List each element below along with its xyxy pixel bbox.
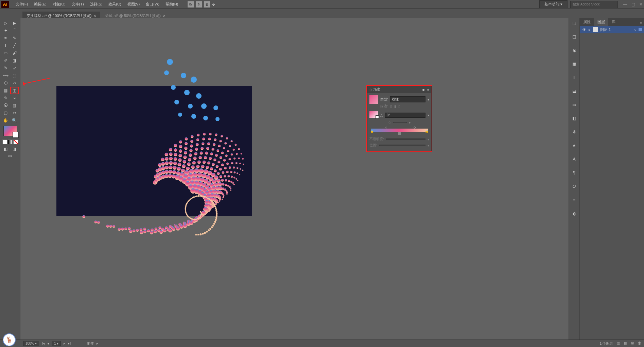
search-input[interactable]: 搜索 Adobe Stock bbox=[570, 1, 618, 8]
menu-select[interactable]: 选择(S) bbox=[87, 0, 105, 8]
change-screen-icon[interactable]: ▭ bbox=[2, 152, 19, 159]
gradient-mode-icon[interactable] bbox=[8, 139, 13, 144]
panel-menu-icon[interactable]: ≡ bbox=[638, 19, 644, 26]
menu-edit[interactable]: 编辑(E) bbox=[31, 0, 49, 8]
panel-menu-icon[interactable]: ≡ bbox=[427, 88, 429, 92]
lasso-tool[interactable]: ⌒ bbox=[11, 27, 19, 34]
workspace-switcher[interactable]: 基本功能 ▾ bbox=[539, 0, 568, 8]
hand-tool[interactable]: ✋ bbox=[2, 117, 10, 124]
fill-stroke-swatch[interactable] bbox=[3, 126, 17, 136]
tab-libraries[interactable]: 库 bbox=[608, 18, 619, 26]
eraser-tool[interactable]: ◨ bbox=[11, 57, 19, 64]
free-transform-tool[interactable]: ⬚ bbox=[11, 72, 19, 79]
aspect-input[interactable] bbox=[393, 122, 407, 123]
draw-mode-icon[interactable]: ◧ bbox=[2, 146, 10, 152]
pathfinder-dock-icon[interactable]: ⬓ bbox=[571, 88, 578, 95]
symbol-spray-tool[interactable]: ⦿ bbox=[2, 102, 10, 109]
transform-dock-icon[interactable]: ▭ bbox=[571, 101, 578, 108]
sb-icon[interactable]: ▦ bbox=[624, 341, 627, 346]
layer-row[interactable]: 👁 ▸ 图层 1 ○ bbox=[580, 26, 644, 33]
rotate-tool[interactable]: ↻ bbox=[2, 65, 10, 71]
tab-properties[interactable]: 属性 bbox=[580, 18, 594, 26]
tab-layers[interactable]: 图层 bbox=[594, 18, 608, 26]
layer-target-icon[interactable]: ○ bbox=[634, 28, 637, 32]
curvature-tool[interactable]: ✎ bbox=[11, 35, 19, 42]
nav-last-icon[interactable]: ▸I bbox=[68, 342, 71, 345]
stock-icon[interactable]: St bbox=[196, 1, 202, 7]
maximize-button[interactable]: ▢ bbox=[631, 2, 635, 7]
character-dock-icon[interactable]: A bbox=[571, 156, 578, 163]
gradient-tool[interactable]: ◫ bbox=[11, 87, 19, 94]
align-dock-icon[interactable]: ⫴ bbox=[571, 74, 578, 81]
zoom-tool[interactable]: 🔍 bbox=[11, 117, 19, 124]
visibility-icon[interactable]: 👁 bbox=[582, 28, 587, 32]
selection-tool[interactable]: ▷ bbox=[2, 20, 10, 27]
layer-name[interactable]: 图层 1 bbox=[600, 27, 611, 32]
stroke-across-icon[interactable]: ▯ bbox=[398, 104, 400, 108]
magic-wand-tool[interactable]: ✦ bbox=[2, 27, 10, 34]
menu-window[interactable]: 窗口(W) bbox=[143, 0, 162, 8]
lock-right-icon[interactable]: 🔒 bbox=[425, 130, 429, 133]
pen-tool[interactable]: ✒ bbox=[2, 35, 10, 42]
direct-select-tool[interactable]: ▶ bbox=[11, 20, 19, 27]
location-input[interactable] bbox=[379, 145, 425, 146]
close-button[interactable]: ✕ bbox=[639, 2, 643, 7]
screen-mode-icon[interactable]: ◨ bbox=[11, 146, 19, 152]
eyedropper-tool[interactable]: ✎ bbox=[2, 95, 10, 101]
canvas[interactable] bbox=[20, 18, 569, 340]
slice-tool[interactable]: ✂ bbox=[11, 110, 19, 116]
close-icon[interactable]: ✕ bbox=[93, 14, 96, 18]
menu-effect[interactable]: 效果(C) bbox=[106, 0, 124, 8]
sb-new-icon[interactable]: ⊞ bbox=[631, 341, 634, 346]
shape-builder-tool[interactable]: ⬡ bbox=[2, 80, 10, 86]
minimize-button[interactable]: — bbox=[623, 2, 627, 7]
gradient-panel[interactable]: ◇ 渐变 ◂▸ ≡ 类型: 线性 ▾ 描边: ▯ ▮ ▯ bbox=[367, 86, 432, 151]
graphic-styles-dock-icon[interactable]: ▦ bbox=[571, 61, 578, 67]
layer-expand-icon[interactable]: ▸ bbox=[589, 28, 591, 32]
type-tool[interactable]: T bbox=[2, 42, 10, 49]
opacity-input[interactable] bbox=[386, 138, 425, 140]
angle-input[interactable]: 0° bbox=[385, 113, 425, 118]
gradient-dock-icon[interactable]: ◐ bbox=[571, 210, 578, 217]
gpu-icon[interactable]: ⬙ bbox=[212, 2, 215, 6]
reverse-gradient-icon[interactable] bbox=[369, 111, 378, 118]
perspective-tool[interactable]: ▱ bbox=[11, 80, 19, 86]
gradient-stop[interactable] bbox=[398, 132, 401, 135]
swatches-dock-icon[interactable]: ❋ bbox=[571, 129, 578, 135]
dropdown-icon[interactable]: ▾ bbox=[428, 98, 429, 101]
dropdown-icon[interactable]: ▾ bbox=[428, 113, 429, 117]
arrange-icon[interactable]: ▦ bbox=[204, 1, 210, 7]
graph-tool[interactable]: ▥ bbox=[11, 102, 19, 109]
menu-object[interactable]: 对象(O) bbox=[50, 0, 68, 8]
rectangle-tool[interactable]: ▭ bbox=[2, 50, 10, 56]
opentype-dock-icon[interactable]: O bbox=[571, 183, 578, 190]
lock-left-icon[interactable]: 🔒 bbox=[370, 130, 374, 133]
appearance-dock-icon[interactable]: ◉ bbox=[571, 47, 578, 54]
stroke-dock-icon[interactable]: ≡ bbox=[571, 197, 578, 203]
line-tool[interactable]: ╱ bbox=[11, 42, 19, 49]
width-tool[interactable]: ⟿ bbox=[2, 72, 10, 79]
zoom-select[interactable]: 100% ▾ bbox=[23, 341, 39, 346]
menu-view[interactable]: 视图(V) bbox=[125, 0, 143, 8]
mesh-tool[interactable]: ▦ bbox=[2, 87, 10, 94]
aspect-icon[interactable]: ⬭ bbox=[388, 120, 391, 125]
paintbrush-tool[interactable]: 🖌 bbox=[11, 50, 19, 56]
nav-prev-icon[interactable]: ◂ bbox=[47, 342, 49, 345]
menu-help[interactable]: 帮助(H) bbox=[163, 0, 181, 8]
dropdown-icon[interactable]: ▾ bbox=[409, 121, 411, 125]
blend-tool[interactable]: ⫘ bbox=[11, 95, 19, 101]
bridge-icon[interactable]: Br bbox=[188, 1, 194, 7]
properties-dock-icon[interactable]: ⬚ bbox=[571, 20, 578, 27]
color-dock-icon[interactable]: ◧ bbox=[571, 115, 578, 122]
solid-mode-icon[interactable] bbox=[2, 139, 7, 144]
gradient-preview[interactable] bbox=[369, 95, 378, 104]
panel-collapse-icon[interactable]: ◂▸ bbox=[422, 88, 425, 92]
none-mode-icon[interactable] bbox=[13, 139, 18, 144]
libraries-dock-icon[interactable]: ◫ bbox=[571, 33, 578, 40]
nav-first-icon[interactable]: I◂ bbox=[42, 342, 45, 345]
user-avatar[interactable]: 🦌 bbox=[3, 333, 16, 346]
gradient-type-select[interactable]: 线性 bbox=[390, 96, 425, 102]
gradient-slider[interactable]: ◇ ◇ 🔒 🔒 bbox=[371, 129, 428, 132]
menu-file[interactable]: 文件(F) bbox=[13, 0, 31, 8]
stroke-along-icon[interactable]: ▮ bbox=[394, 104, 396, 108]
